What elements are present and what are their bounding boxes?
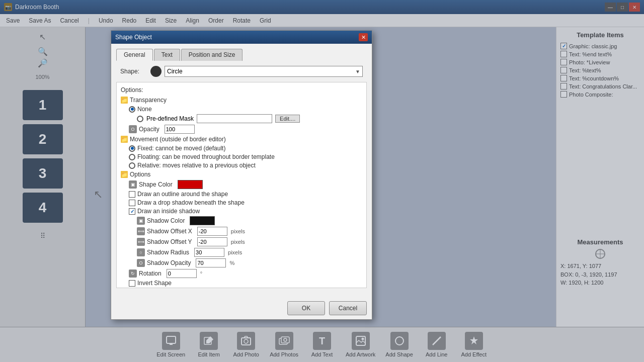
- pre-defined-edit-button[interactable]: Edit....: [275, 115, 300, 123]
- dialog-close-button[interactable]: ✕: [359, 33, 368, 41]
- shape-color-row: ▣ Shape Color: [129, 180, 362, 189]
- transparency-none-row: None: [129, 106, 362, 113]
- opacity-icon: O: [129, 125, 137, 133]
- dialog-overlay: Shape Object ✕ General Text Position and…: [0, 0, 644, 362]
- shadow-x-input[interactable]: [197, 227, 227, 236]
- movement-fixed-label: Fixed: cannot be moved (default): [137, 145, 225, 152]
- shadow-opacity-unit: %: [229, 260, 234, 266]
- shadow-radius-icon: ○: [137, 248, 145, 256]
- shape-dropdown[interactable]: Circle ▼: [165, 66, 363, 77]
- options-folder-icon: 📁: [121, 171, 128, 178]
- shape-object-dialog: Shape Object ✕ General Text Position and…: [111, 30, 372, 320]
- pre-defined-input[interactable]: [197, 114, 272, 123]
- options-section: Options: 📁 Transparency None Pre-defined…: [116, 82, 367, 288]
- shadow-radius-unit: pixels: [228, 249, 242, 255]
- radio-none[interactable]: [129, 106, 135, 113]
- shadow-x-label: Shadow Offset X: [147, 228, 192, 235]
- shape-row: Shape: Circle ▼: [116, 66, 367, 77]
- tab-general[interactable]: General: [116, 49, 153, 61]
- radio-fixed[interactable]: [129, 145, 135, 152]
- drop-shadow-row: Draw a drop shadow beneath the shape: [129, 199, 362, 206]
- shadow-y-unit: pixels: [231, 239, 245, 245]
- shape-select: Circle ▼: [150, 66, 363, 77]
- invert-row: Invert Shape: [129, 280, 362, 287]
- movement-header[interactable]: 📁 Movement (outside of border editor): [121, 136, 362, 143]
- outline-checkbox[interactable]: [129, 191, 135, 198]
- rotation-input[interactable]: [167, 269, 197, 278]
- shape-color-label: Shape Color: [139, 181, 173, 188]
- movement-label: Movement (outside of border editor): [130, 136, 226, 143]
- shadow-x-icon: ⟺: [137, 227, 145, 235]
- movement-floating-row: Floating: can be moved throughout border…: [129, 153, 362, 160]
- shadow-radius-label: Shadow Radius: [147, 249, 189, 256]
- drop-shadow-label: Draw a drop shadow beneath the shape: [137, 199, 245, 206]
- pre-defined-label: Pre-defined Mask: [146, 115, 194, 122]
- invert-label: Invert Shape: [137, 280, 172, 287]
- shape-label: Shape:: [120, 68, 150, 75]
- drop-shadow-checkbox[interactable]: [129, 200, 135, 206]
- transparency-label: Transparency: [130, 97, 167, 104]
- opacity-input[interactable]: [165, 125, 195, 134]
- outline-row: Draw an outline around the shape: [129, 191, 362, 198]
- options-sub-header[interactable]: 📁 Options: [121, 171, 362, 178]
- shadow-radius-input[interactable]: [194, 248, 224, 257]
- tab-text[interactable]: Text: [154, 49, 180, 61]
- rotation-label: Rotation: [139, 270, 162, 277]
- movement-fixed-row: Fixed: cannot be moved (default): [129, 145, 362, 152]
- shadow-opacity-input[interactable]: [196, 258, 226, 267]
- shadow-radius-row: ○ Shadow Radius pixels: [137, 248, 362, 257]
- shadow-color-row: ▣ Shadow Color: [137, 216, 362, 225]
- dialog-buttons: OK Cancel: [111, 297, 372, 319]
- shadow-opacity-icon: O: [137, 259, 145, 267]
- options-sub-label: Options: [130, 171, 150, 178]
- shadow-y-row: ⟺ Shadow Offset Y pixels: [137, 237, 362, 246]
- ok-button[interactable]: OK: [287, 301, 325, 315]
- shadow-y-input[interactable]: [197, 237, 227, 246]
- opacity-label: Opacity: [139, 126, 159, 133]
- inside-shadow-row: ✓ Draw an inside shadow: [129, 208, 362, 215]
- opacity-row: O Opacity: [129, 125, 362, 134]
- rotation-icon: ↻: [129, 269, 137, 278]
- transparency-header[interactable]: 📁 Transparency: [121, 97, 362, 104]
- inside-shadow-label: Draw an inside shadow: [137, 208, 200, 215]
- options-title: Options:: [121, 86, 362, 94]
- dialog-title-bar: Shape Object ✕: [111, 31, 372, 44]
- shadow-opacity-label: Shadow Opacity: [147, 259, 191, 266]
- shape-color-icon: ▣: [129, 180, 137, 189]
- pre-defined-row: Pre-defined Mask Edit....: [137, 114, 362, 123]
- dialog-tabs: General Text Position and Size: [116, 49, 367, 61]
- invert-checkbox[interactable]: [129, 280, 135, 287]
- shadow-y-icon: ⟺: [137, 238, 145, 246]
- inside-shadow-checkbox[interactable]: ✓: [129, 208, 135, 215]
- movement-folder-icon: 📁: [121, 136, 128, 143]
- rotation-row: ↻ Rotation °: [129, 269, 362, 278]
- tab-position-size[interactable]: Position and Size: [181, 49, 243, 61]
- shadow-opacity-row: O Shadow Opacity %: [137, 258, 362, 267]
- transparency-folder-icon: 📁: [121, 97, 128, 104]
- shape-color-swatch[interactable]: [178, 180, 203, 189]
- radio-predefined[interactable]: [137, 116, 143, 122]
- rotation-unit: °: [200, 270, 202, 277]
- shadow-x-row: ⟺ Shadow Offset X pixels: [137, 227, 362, 236]
- shadow-color-label: Shadow Color: [147, 217, 185, 224]
- shadow-color-icon: ▣: [137, 217, 145, 225]
- transparency-none-label: None: [137, 106, 152, 113]
- shape-value: Circle: [167, 68, 183, 75]
- movement-relative-label: Relative: moves relative to a previous o…: [137, 162, 256, 169]
- outline-label: Draw an outline around the shape: [137, 191, 228, 198]
- shadow-color-swatch[interactable]: [190, 216, 215, 225]
- movement-relative-row: Relative: moves relative to a previous o…: [129, 162, 362, 169]
- dialog-content: General Text Position and Size Shape: Ci…: [111, 44, 372, 297]
- cancel-button[interactable]: Cancel: [329, 301, 367, 315]
- shadow-x-unit: pixels: [231, 228, 245, 234]
- radio-relative[interactable]: [129, 162, 135, 169]
- dropdown-arrow-icon: ▼: [355, 69, 360, 74]
- shadow-y-label: Shadow Offset Y: [147, 238, 192, 245]
- radio-floating[interactable]: [129, 154, 135, 160]
- movement-floating-label: Floating: can be moved throughout border…: [137, 153, 275, 160]
- circle-shape-icon: [150, 66, 162, 77]
- dialog-title: Shape Object: [115, 34, 152, 41]
